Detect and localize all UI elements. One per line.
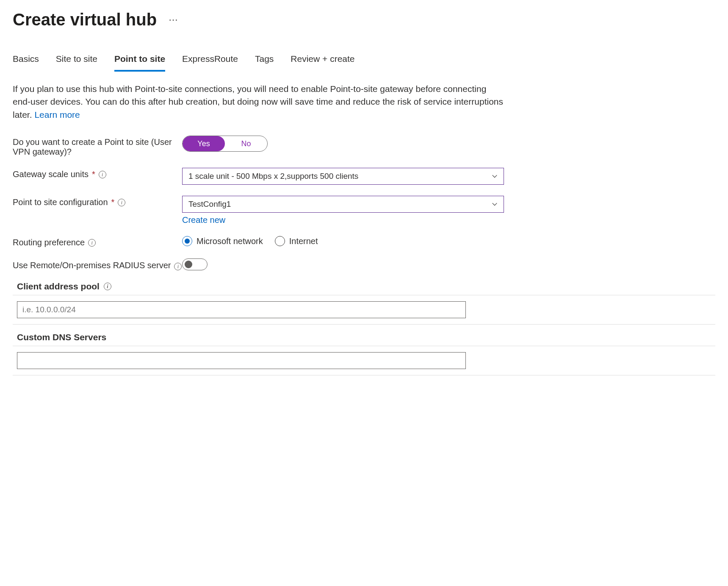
description-text: If you plan to use this hub with Point-t… xyxy=(13,84,503,119)
radius-label: Use Remote/On-premises RADIUS server xyxy=(13,261,171,270)
required-asterisk: * xyxy=(92,169,95,179)
client-pool-input[interactable] xyxy=(17,301,466,318)
divider xyxy=(13,346,715,346)
tab-basics[interactable]: Basics xyxy=(13,50,39,72)
tab-site-to-site[interactable]: Site to site xyxy=(56,50,97,72)
info-icon[interactable]: i xyxy=(104,283,111,290)
info-icon[interactable]: i xyxy=(99,171,106,178)
radio-circle-icon xyxy=(182,236,192,246)
create-p2s-label: Do you want to create a Point to site (U… xyxy=(13,136,182,157)
more-icon[interactable]: ⋯ xyxy=(169,14,178,25)
required-asterisk: * xyxy=(111,197,115,207)
tab-expressroute[interactable]: ExpressRoute xyxy=(182,50,238,72)
client-pool-header: Client address pool xyxy=(17,281,100,292)
radius-toggle[interactable] xyxy=(182,258,208,270)
tabs: Basics Site to site Point to site Expres… xyxy=(13,50,715,72)
info-icon[interactable]: i xyxy=(174,263,182,270)
p2s-config-label: Point to site configuration xyxy=(13,197,108,207)
routing-pref-label: Routing preference xyxy=(13,238,85,247)
routing-pref-ms-label: Microsoft network xyxy=(197,236,263,246)
create-p2s-yes[interactable]: Yes xyxy=(183,136,225,151)
radio-circle-icon xyxy=(275,236,285,246)
scale-units-label: Gateway scale units xyxy=(13,169,89,179)
tab-description: If you plan to use this hub with Point-t… xyxy=(13,83,504,121)
tab-point-to-site[interactable]: Point to site xyxy=(114,50,165,72)
chevron-down-icon xyxy=(492,173,498,179)
divider xyxy=(13,375,715,375)
create-p2s-no[interactable]: No xyxy=(225,136,267,151)
tab-tags[interactable]: Tags xyxy=(255,50,274,72)
tab-review-create[interactable]: Review + create xyxy=(291,50,354,72)
scale-units-value: 1 scale unit - 500 Mbps x 2,supports 500… xyxy=(188,172,358,181)
p2s-config-value: TestConfig1 xyxy=(188,200,231,209)
learn-more-link[interactable]: Learn more xyxy=(34,110,80,119)
divider xyxy=(13,295,715,295)
routing-pref-internet-label: Internet xyxy=(289,236,318,246)
custom-dns-header: Custom DNS Servers xyxy=(17,332,106,342)
routing-pref-ms-radio[interactable]: Microsoft network xyxy=(182,236,263,246)
scale-units-dropdown[interactable]: 1 scale unit - 500 Mbps x 2,supports 500… xyxy=(182,168,504,185)
custom-dns-input[interactable] xyxy=(17,352,466,369)
divider xyxy=(13,324,715,325)
create-new-link[interactable]: Create new xyxy=(182,215,225,225)
toggle-knob xyxy=(185,261,192,268)
info-icon[interactable]: i xyxy=(118,199,125,206)
create-p2s-toggle[interactable]: Yes No xyxy=(182,136,268,152)
page-title: Create virtual hub xyxy=(13,10,157,29)
routing-pref-internet-radio[interactable]: Internet xyxy=(275,236,318,246)
p2s-config-dropdown[interactable]: TestConfig1 xyxy=(182,196,504,213)
info-icon[interactable]: i xyxy=(88,239,96,247)
chevron-down-icon xyxy=(492,201,498,207)
